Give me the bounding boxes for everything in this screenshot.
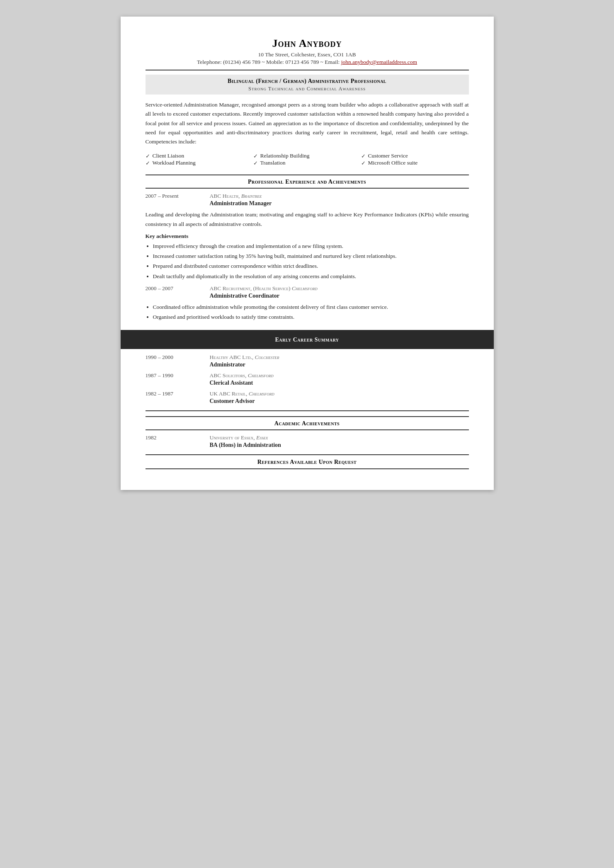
checkmark-icon: ✓ [146,153,150,160]
job-row-2: 2000 – 2007 ABC Recruitment, (Health Ser… [146,285,469,299]
checkmark-icon: ✓ [361,160,366,167]
early-company-1: Healthy ABC Ltd., Colchester [210,354,469,361]
competency-label: Workload Planning [153,160,196,166]
competency-item: ✓ Relationship Building [253,153,361,160]
list-item: Prepared and distributed customer corres… [153,262,469,271]
header-divider [146,70,469,70]
competencies-table: ✓ Client Liaison ✓ Workload Planning ✓ R… [146,151,469,168]
checkmark-icon: ✓ [253,160,258,167]
academic-qualification-1: BA (Hons) in Administration [210,442,469,449]
job-dates-2: 2000 – 2007 [146,285,210,292]
early-company-name-3: UK ABC Retail, [210,390,248,397]
job-row-1: 2007 – Present ABC Health, Braintree Adm… [146,193,469,207]
company-name-2: ABC Recruitment, (Health Service) [210,285,291,291]
competency-item: ✓ Translation [253,160,361,167]
title-banner-sub: Strong Technical and Commercial Awarenes… [150,86,465,92]
contact-text: Telephone: (01234) 456 789 ~ Mobile: 071… [197,59,340,65]
company-location-2: Chelmsford [292,285,318,291]
academic-heading: Academic Achievements [146,417,469,429]
early-company-name-2: ABC Solicitors, [210,372,247,378]
job-detail-1: ABC Health, Braintree Administration Man… [210,193,469,207]
list-item: Organised and prioritised workloads to s… [153,313,469,322]
job-company-2: ABC Recruitment, (Health Service) Chelms… [210,285,469,292]
early-career-heading: Early Career Summary [146,333,469,346]
competency-label: Client Liaison [153,153,184,159]
achievements-list-1: Improved efficiency through the creation… [153,242,469,281]
institution-loc-1: Essex [256,434,268,441]
academic-institution-1: University of Essex, Essex [210,434,469,441]
academic-section: Academic Achievements [146,416,469,430]
academic-row-1: 1982 University of Essex, Essex BA (Hons… [146,434,469,449]
candidate-name: John Anybody [146,37,469,50]
email-link[interactable]: john.anybody@emailaddress.com [341,59,417,65]
competency-item: ✓ Microsoft Office suite [361,160,469,167]
checkmark-icon: ✓ [253,153,258,160]
academic-detail-1: University of Essex, Essex BA (Hons) in … [210,434,469,449]
references-text: References Available Upon Request [257,459,357,465]
early-dates-1: 1990 – 2000 [146,354,210,361]
early-company-2: ABC Solicitors, Chelmsford [210,372,469,379]
early-company-name-1: Healthy ABC Ltd., [210,354,254,360]
early-detail-2: ABC Solicitors, Chelmsford Clerical Assi… [210,372,469,386]
early-dates-2: 1987 – 1990 [146,372,210,379]
early-career-content: 1990 – 2000 Healthy ABC Ltd., Colchester… [146,354,469,411]
early-company-loc-1: Colchester [255,354,279,360]
resume-page: John Anybody 10 The Street, Colchester, … [121,17,494,490]
early-company-3: UK ABC Retail, Chelmsford [210,390,469,397]
job-company-1: ABC Health, Braintree [210,193,469,199]
professional-experience-heading: Professional Experience and Achievements [146,175,469,188]
candidate-contact: Telephone: (01234) 456 789 ~ Mobile: 071… [146,59,469,65]
achievements-list-2: Coordinated office administration while … [153,303,469,322]
early-title-3: Customer Advisor [210,398,469,405]
institution-name-1: University of Essex, [210,434,255,441]
competency-item: ✓ Workload Planning [146,160,253,167]
title-banner-main: Bilingual (French / German) Administrati… [150,78,465,85]
competency-label: Microsoft Office suite [368,160,418,166]
early-career-row-3: 1982 – 1987 UK ABC Retail, Chelmsford Cu… [146,390,469,405]
competency-col-2: ✓ Relationship Building ✓ Translation [253,151,361,168]
competency-label: Customer Service [368,153,408,159]
competency-label: Translation [260,160,286,166]
candidate-address: 10 The Street, Colchester, Essex, CO1 1A… [146,51,469,58]
early-company-loc-2: Chelmsford [248,372,274,378]
early-career-row-1: 1990 – 2000 Healthy ABC Ltd., Colchester… [146,354,469,368]
competency-col-3: ✓ Customer Service ✓ Microsoft Office su… [361,151,469,168]
job-detail-2: ABC Recruitment, (Health Service) Chelms… [210,285,469,299]
key-achievements-label: Key achievements [146,233,469,240]
competency-item: ✓ Customer Service [361,153,469,160]
summary-text: Service-oriented Administration Manager,… [146,100,469,146]
competency-col-1: ✓ Client Liaison ✓ Workload Planning [146,151,253,168]
list-item: Coordinated office administration while … [153,303,469,312]
job-title-2: Administrative Coordinator [210,293,469,299]
job-dates-1: 2007 – Present [146,193,210,199]
academic-dates-1: 1982 [146,434,210,441]
early-title-1: Administrator [210,361,469,368]
early-title-2: Clerical Assistant [210,380,469,386]
checkmark-icon: ✓ [146,160,150,167]
professional-experience-section: Professional Experience and Achievements [146,175,469,189]
title-banner: Bilingual (French / German) Administrati… [146,75,469,95]
job-description-1: Leading and developing the Administratio… [146,210,469,229]
early-career-banner: Early Career Summary [121,330,494,349]
company-name-1: ABC Health, [210,193,240,199]
list-item: Increased customer satisfaction rating b… [153,252,469,261]
checkmark-icon: ✓ [361,153,366,160]
references-section: References Available Upon Request [146,454,469,469]
early-career-row-2: 1987 – 1990 ABC Solicitors, Chelmsford C… [146,372,469,386]
list-item: Dealt tactfully and diplomatically in th… [153,272,469,281]
list-item: Improved efficiency through the creation… [153,242,469,251]
early-company-loc-3: Chelmsford [249,390,274,397]
competency-item: ✓ Client Liaison [146,153,253,160]
company-location-1: Braintree [241,193,262,199]
job-title-1: Administration Manager [210,200,469,207]
header: John Anybody 10 The Street, Colchester, … [146,37,469,65]
competency-label: Relationship Building [260,153,310,159]
early-dates-3: 1982 – 1987 [146,390,210,397]
early-detail-3: UK ABC Retail, Chelmsford Customer Advis… [210,390,469,405]
early-detail-1: Healthy ABC Ltd., Colchester Administrat… [210,354,469,368]
